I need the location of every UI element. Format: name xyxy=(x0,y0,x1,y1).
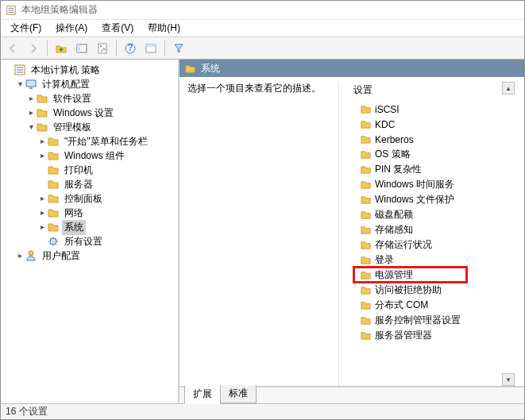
expander-icon[interactable]: ▸ xyxy=(37,195,47,202)
tree-printers[interactable]: 打印机 xyxy=(4,163,178,177)
tree-label: 网络 xyxy=(62,206,86,221)
expander-icon[interactable]: ▸ xyxy=(26,109,36,117)
options-button[interactable] xyxy=(142,40,160,57)
tree-server[interactable]: 服务器 xyxy=(4,177,178,191)
menu-action[interactable]: 操作(A) xyxy=(49,20,94,37)
expander-icon[interactable]: ▾ xyxy=(26,123,36,131)
tree-label: 服务器 xyxy=(62,177,95,192)
expander-icon[interactable]: ▸ xyxy=(37,209,47,217)
folder-icon xyxy=(36,106,48,119)
help-button[interactable]: ? xyxy=(122,40,139,57)
up-button[interactable] xyxy=(52,40,70,57)
list-item-label: KDC xyxy=(375,119,395,130)
folder-icon xyxy=(360,254,372,266)
list-item[interactable]: 存储感知 xyxy=(339,222,515,237)
tree-pane[interactable]: 本地计算机 策略 ▾ 计算机配置 ▸ 软件设置 ▸ Windows 设置 ▾ 管… xyxy=(1,60,180,403)
list-item[interactable]: 存储运行状况 xyxy=(339,237,515,252)
svg-rect-10 xyxy=(26,80,36,87)
expander-icon[interactable]: ▸ xyxy=(15,252,25,260)
user-icon xyxy=(25,249,37,262)
list-item[interactable]: 服务器管理器 xyxy=(339,328,515,343)
toolbar-separator xyxy=(164,40,165,56)
menu-file[interactable]: 文件(F) xyxy=(4,20,48,37)
show-hide-tree-button[interactable] xyxy=(73,40,91,57)
tree-control-panel[interactable]: ▸ 控制面板 xyxy=(4,191,178,206)
menu-bar: 文件(F) 操作(A) 查看(V) 帮助(H) xyxy=(1,20,524,37)
svg-point-12 xyxy=(50,238,56,245)
expander-icon[interactable]: ▸ xyxy=(37,137,47,145)
list-item-label: 电源管理 xyxy=(375,268,413,282)
tree-label: Windows 组件 xyxy=(62,148,127,164)
folder-icon xyxy=(47,178,60,191)
title-bar: 本地组策略编辑器 xyxy=(1,1,524,20)
status-bar: 16 个设置 xyxy=(1,403,524,419)
folder-icon xyxy=(360,103,372,115)
content-header: 系统 xyxy=(180,60,524,77)
tab-standard[interactable]: 标准 xyxy=(220,385,257,403)
tree-label: 计算机配置 xyxy=(40,77,92,92)
folder-icon xyxy=(360,148,372,160)
list-item[interactable]: PIN 复杂性 xyxy=(339,162,515,177)
list-item-label: Windows 时间服务 xyxy=(375,178,454,191)
expander-icon[interactable]: ▸ xyxy=(26,94,36,102)
tree-windows-components[interactable]: ▸ Windows 组件 xyxy=(4,148,178,163)
folder-icon xyxy=(360,118,372,130)
list-item-label: PIN 复杂性 xyxy=(375,163,422,176)
list-item[interactable]: 磁盘配额 xyxy=(339,207,515,222)
tree-system[interactable]: ▸ 系统 xyxy=(4,220,178,234)
back-button[interactable] xyxy=(4,40,21,57)
tree-root[interactable]: 本地计算机 策略 xyxy=(4,63,178,77)
folder-icon xyxy=(360,299,372,311)
menu-view[interactable]: 查看(V) xyxy=(95,20,140,37)
list-item[interactable]: 服务控制管理器设置 xyxy=(339,313,515,328)
right-pane: 系统 选择一个项目来查看它的描述。 设置 iSCSIKDCKerberosOS … xyxy=(180,60,524,403)
list-item[interactable]: OS 策略 xyxy=(339,147,515,162)
properties-button[interactable] xyxy=(94,40,111,57)
svg-point-4 xyxy=(100,45,102,47)
tree-label: 打印机 xyxy=(62,163,95,178)
tree-label: Windows 设置 xyxy=(51,106,116,121)
list-item-label: 登录 xyxy=(375,253,394,267)
list-item-label: 存储感知 xyxy=(375,223,413,237)
filter-button[interactable] xyxy=(170,40,187,57)
main-body: 本地计算机 策略 ▾ 计算机配置 ▸ 软件设置 ▸ Windows 设置 ▾ 管… xyxy=(1,60,524,403)
list-item[interactable]: Windows 时间服务 xyxy=(339,177,515,192)
tree-user-config[interactable]: ▸ 用户配置 xyxy=(4,249,178,263)
tree-network[interactable]: ▸ 网络 xyxy=(4,206,178,220)
tree-start-menu[interactable]: ▸ "开始"菜单和任务栏 xyxy=(4,134,178,148)
list-item[interactable]: Windows 文件保护 xyxy=(339,192,515,207)
tree-windows-settings[interactable]: ▸ Windows 设置 xyxy=(4,106,178,120)
tree-computer-config[interactable]: ▾ 计算机配置 xyxy=(4,77,178,91)
forward-button[interactable] xyxy=(25,40,42,57)
list-item[interactable]: KDC xyxy=(339,117,515,132)
expander-icon[interactable]: ▾ xyxy=(15,80,25,88)
tree-all-settings[interactable]: 所有设置 xyxy=(4,234,178,249)
list-item[interactable]: 分布式 COM xyxy=(339,298,515,313)
list-item[interactable]: 电源管理 xyxy=(339,268,515,283)
list-item[interactable]: iSCSI xyxy=(339,102,515,117)
app-icon xyxy=(6,5,17,16)
list-item-label: 服务控制管理器设置 xyxy=(375,314,461,327)
list-item-label: 服务器管理器 xyxy=(375,329,432,342)
scroll-up-button[interactable]: ▲ xyxy=(502,82,515,94)
list-item[interactable]: Kerberos xyxy=(339,132,515,147)
svg-rect-11 xyxy=(29,87,33,89)
tree-software-settings[interactable]: ▸ 软件设置 xyxy=(4,91,178,106)
folder-icon xyxy=(360,209,372,221)
list-item[interactable]: 登录 xyxy=(339,252,515,268)
toolbar: ? xyxy=(1,37,524,60)
expander-icon[interactable]: ▸ xyxy=(37,152,47,160)
scroll-down-button[interactable]: ▼ xyxy=(502,373,515,386)
expander-icon[interactable]: ▸ xyxy=(37,223,47,231)
svg-rect-3 xyxy=(98,44,106,53)
list-item[interactable]: 访问被拒绝协助 xyxy=(339,283,515,298)
computer-icon xyxy=(25,78,37,91)
tree-admin-templates[interactable]: ▾ 管理模板 xyxy=(4,120,178,134)
menu-help[interactable]: 帮助(H) xyxy=(141,20,187,37)
tree-label: "开始"菜单和任务栏 xyxy=(62,134,150,149)
settings-list[interactable]: 设置 iSCSIKDCKerberosOS 策略PIN 复杂性Windows 时… xyxy=(338,82,515,386)
list-item-label: Windows 文件保护 xyxy=(375,193,454,206)
status-text: 16 个设置 xyxy=(6,405,48,418)
tab-extended[interactable]: 扩展 xyxy=(184,386,221,404)
column-header[interactable]: 设置 xyxy=(339,82,515,102)
